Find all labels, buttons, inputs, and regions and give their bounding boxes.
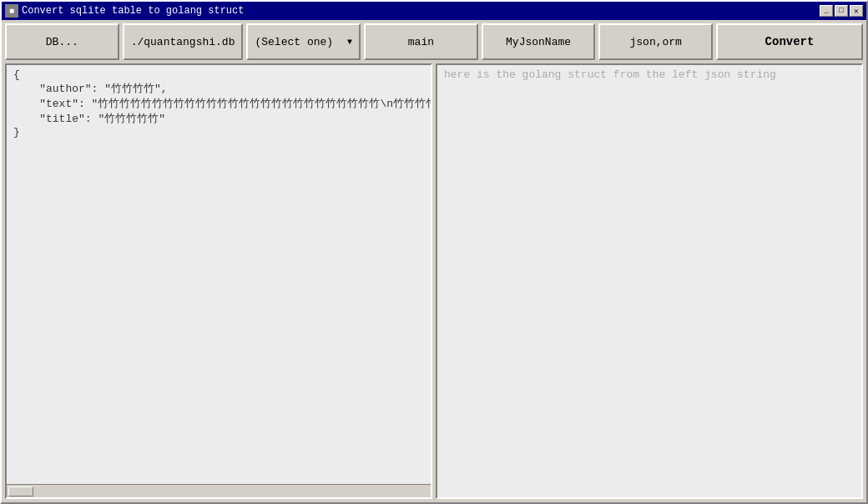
maximize-button[interactable]: □ — [835, 5, 848, 17]
tags-input[interactable]: json,orm — [598, 23, 713, 60]
db-button[interactable]: DB... — [5, 23, 119, 60]
db-path[interactable]: ./quantangshi.db — [123, 23, 244, 60]
chevron-down-icon: ▼ — [347, 38, 352, 47]
toolbar: DB... ./quantangshi.db (Select one) ▼ ma… — [2, 20, 866, 63]
title-controls: _ □ ✕ — [820, 5, 863, 17]
convert-button-label: Convert — [765, 35, 815, 48]
placeholder-text: here is the golang struct from the left … — [444, 68, 776, 81]
window-title: Convert sqlite table to golang struct — [22, 5, 244, 17]
minimize-button[interactable]: _ — [820, 5, 833, 17]
close-button[interactable]: ✕ — [850, 5, 863, 17]
schema-input[interactable]: main — [364, 23, 478, 60]
struct-output: here is the golang struct from the left … — [437, 65, 861, 497]
horizontal-scrollbar[interactable] — [7, 484, 431, 497]
scrollbar-thumb[interactable] — [8, 486, 33, 496]
json-name-input[interactable]: MyJsonName — [482, 23, 596, 60]
table-select[interactable]: (Select one) ▼ — [246, 23, 361, 60]
left-panel: { "author": "竹竹竹竹", "text": "竹竹竹竹竹竹竹竹竹竹竹… — [5, 63, 432, 499]
title-bar-left: ■ Convert sqlite table to golang struct — [5, 4, 244, 18]
convert-button[interactable]: Convert — [716, 23, 863, 60]
json-input[interactable]: { "author": "竹竹竹竹", "text": "竹竹竹竹竹竹竹竹竹竹竹… — [7, 65, 431, 484]
db-button-label: DB... — [46, 36, 78, 48]
db-path-label: ./quantangshi.db — [131, 36, 235, 48]
tags-label: json,orm — [630, 36, 682, 48]
table-select-label: (Select one) — [255, 36, 333, 48]
json-name-label: MyJsonName — [506, 36, 571, 48]
app-icon: ■ — [5, 4, 18, 18]
title-bar: ■ Convert sqlite table to golang struct … — [2, 2, 866, 20]
main-area: { "author": "竹竹竹竹", "text": "竹竹竹竹竹竹竹竹竹竹竹… — [2, 63, 866, 502]
schema-label: main — [408, 36, 434, 48]
main-window: ■ Convert sqlite table to golang struct … — [0, 0, 868, 504]
right-panel: here is the golang struct from the left … — [436, 63, 863, 499]
